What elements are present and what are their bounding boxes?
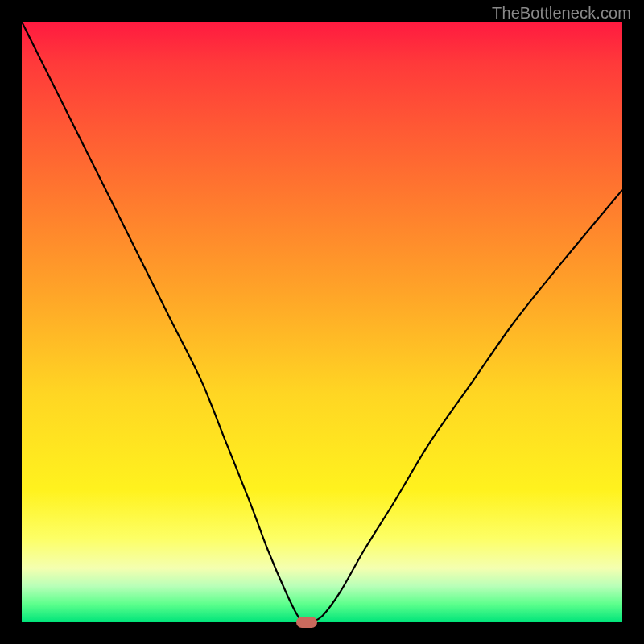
optimum-marker: [296, 617, 317, 628]
bottleneck-curve: [22, 22, 622, 622]
chart-plot-area: [22, 22, 622, 622]
watermark-text: TheBottleneck.com: [492, 4, 631, 23]
chart-frame: TheBottleneck.com: [0, 0, 644, 644]
